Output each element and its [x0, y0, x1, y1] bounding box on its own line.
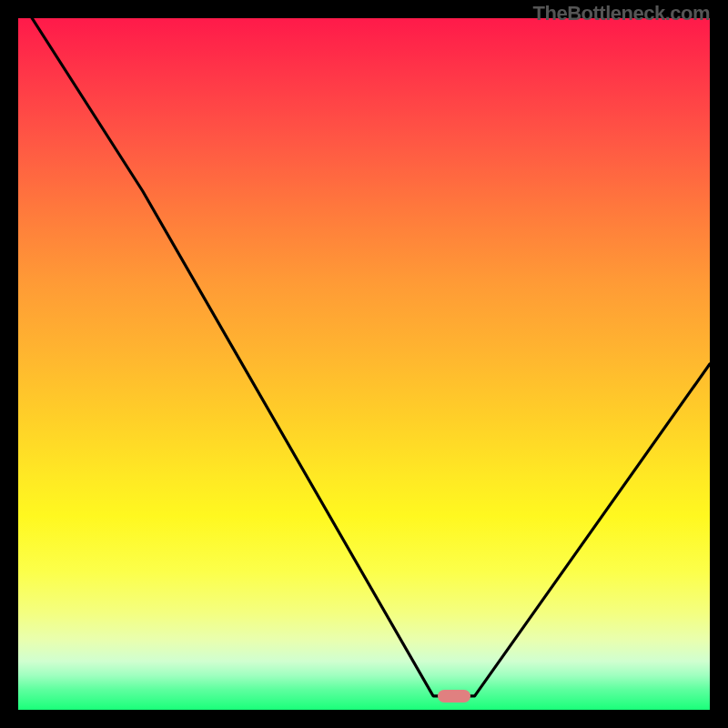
plot-area: [18, 18, 710, 710]
chart-container: TheBottleneck.com: [0, 0, 728, 728]
optimal-marker: [438, 690, 470, 703]
bottleneck-curve-path: [32, 18, 710, 696]
curve-svg: [18, 18, 710, 710]
attribution-text: TheBottleneck.com: [533, 2, 710, 25]
